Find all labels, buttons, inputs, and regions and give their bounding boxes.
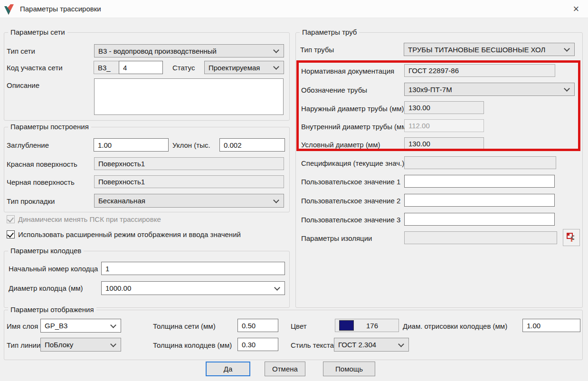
red-surface-label: Красная поверхность bbox=[7, 160, 77, 168]
well-width-input[interactable]: 0.30 bbox=[237, 338, 278, 351]
pipe-type-label: Тип трубы bbox=[300, 46, 334, 54]
black-surface-field: Поверхность1 bbox=[94, 175, 284, 188]
group-wells-params: Параметры колодцев bbox=[4, 251, 290, 308]
checkmark-icon bbox=[7, 216, 14, 222]
group-network-title: Параметры сети bbox=[8, 28, 67, 36]
chevron-down-icon bbox=[110, 322, 116, 328]
linetype-select[interactable]: ПоБлоку bbox=[40, 338, 121, 352]
net-width-input[interactable]: 0.50 bbox=[237, 319, 278, 332]
well-diameter-label: Диаметр колодца (мм) bbox=[9, 284, 83, 292]
depth-input[interactable]: 1.00 bbox=[94, 138, 169, 152]
group-display-params: Параметры отображения bbox=[4, 310, 583, 360]
pipe-user1-label: Пользовательское значение 1 bbox=[301, 178, 400, 186]
insulation-label: Параметры изоляции bbox=[301, 234, 372, 242]
insulation-params-button[interactable] bbox=[563, 229, 580, 246]
net-description-label: Описание bbox=[7, 81, 39, 89]
laying-type-label: Тип прокладки bbox=[7, 197, 55, 205]
group-wells-title: Параметры колодцев bbox=[8, 247, 84, 255]
app-logo-icon bbox=[4, 4, 15, 15]
text-style-label: Стиль текста bbox=[291, 341, 334, 349]
pipe-nominal-diam-label: Условный диаметр (мм) bbox=[301, 141, 380, 149]
pipe-doc-label: Нормативная документация bbox=[301, 67, 394, 75]
window-title: Параметры трассировки bbox=[20, 5, 101, 13]
net-status-select[interactable]: Проектируемая bbox=[204, 61, 284, 74]
pipe-nominal-diam-field: 130.00 bbox=[404, 137, 484, 150]
layer-name-label: Имя слоя bbox=[7, 322, 38, 330]
well-draw-diam-label: Диам. отрисовки колодцев (мм) bbox=[403, 322, 507, 330]
chevron-down-icon bbox=[564, 46, 570, 52]
net-status-label: Статус bbox=[172, 64, 195, 72]
pipe-outer-diam-label: Наружный диаметр трубы (мм) bbox=[301, 105, 404, 113]
well-diameter-select[interactable]: 1000.00 bbox=[101, 281, 285, 295]
ok-button[interactable]: Да bbox=[206, 362, 250, 376]
pipe-inner-diam-field: 112.00 bbox=[404, 119, 484, 132]
net-width-label: Толщина сети (мм) bbox=[153, 322, 216, 330]
well-width-label: Толщина колодцев (мм) bbox=[153, 341, 232, 349]
chevron-down-icon bbox=[273, 197, 279, 203]
red-surface-field: Поверхность1 bbox=[94, 157, 284, 170]
pipe-user2-label: Пользовательское значение 2 bbox=[301, 197, 400, 205]
color-swatch bbox=[339, 320, 354, 331]
title-bar[interactable]: Параметры трассировки × bbox=[0, 0, 588, 18]
pipe-type-select[interactable]: ТРУБЫ ТИТАНОВЫЕ БЕСШОВНЫЕ ХОЛ bbox=[404, 43, 575, 56]
net-description-input[interactable] bbox=[94, 78, 284, 115]
well-start-number-label: Начальный номер колодца bbox=[9, 265, 98, 273]
text-style-select[interactable]: ГОСТ 2.304 bbox=[334, 338, 409, 352]
color-index-value: 176 bbox=[366, 322, 378, 330]
pipe-outer-diam-field: 130.00 bbox=[404, 101, 484, 114]
chevron-down-icon bbox=[273, 47, 279, 53]
checkmark-icon bbox=[7, 231, 14, 238]
pipe-doc-field: ГОСТ 22897-86 bbox=[404, 64, 555, 77]
color-label: Цвет bbox=[291, 322, 307, 330]
linetype-label: Тип линии bbox=[7, 341, 40, 349]
group-build-title: Параметры построения bbox=[8, 123, 91, 131]
depth-label: Заглубление bbox=[7, 141, 49, 149]
pipe-user3-label: Пользовательское значение 3 bbox=[301, 216, 400, 224]
help-button[interactable]: Помощь bbox=[323, 362, 375, 376]
slope-label: Уклон (тыс. bbox=[172, 141, 210, 149]
pipe-designation-select[interactable]: 130x9-ПТ-7М bbox=[404, 83, 575, 96]
chevron-down-icon bbox=[274, 285, 280, 291]
pipe-designation-label: Обозначение трубы bbox=[301, 86, 367, 94]
net-code-prefix: В3_ bbox=[94, 61, 119, 74]
insulation-table-icon bbox=[567, 233, 576, 242]
pipe-user1-input[interactable] bbox=[404, 175, 555, 188]
pipe-user3-input[interactable] bbox=[404, 213, 555, 226]
extended-mode-checkbox[interactable] bbox=[7, 230, 15, 238]
net-code-label: Код участка сети bbox=[7, 64, 63, 72]
pipe-inner-diam-label: Внутренний диаметр трубы (мм) bbox=[301, 123, 409, 131]
group-display-title: Параметры отображения bbox=[8, 305, 96, 314]
net-type-select[interactable]: В3 - водопровод производственный bbox=[94, 44, 284, 57]
chevron-down-icon bbox=[273, 64, 279, 70]
pipe-user2-input[interactable] bbox=[404, 194, 555, 207]
well-start-number-input[interactable]: 1 bbox=[101, 262, 285, 275]
well-draw-diam-input[interactable]: 1.00 bbox=[522, 319, 580, 332]
pipe-spec-label: Спецификация (текущие знач.) bbox=[301, 159, 404, 167]
dynamic-ucs-checkbox bbox=[7, 215, 15, 223]
slope-input[interactable]: 0.002 bbox=[219, 138, 285, 152]
chevron-down-icon bbox=[564, 86, 570, 92]
close-icon[interactable]: × bbox=[569, 2, 583, 16]
net-code-input[interactable]: 4 bbox=[119, 61, 163, 74]
net-type-label: Тип сети bbox=[7, 47, 35, 55]
pipe-spec-field bbox=[404, 156, 556, 169]
laying-type-select[interactable]: Бесканальная bbox=[94, 194, 284, 208]
color-field[interactable]: 176 bbox=[335, 319, 399, 332]
dynamic-ucs-label: Динамически менять ПСК при трассировке bbox=[18, 215, 161, 223]
layer-name-select[interactable]: GP_B3 bbox=[40, 319, 121, 333]
group-pipes-title: Параметры труб bbox=[300, 28, 359, 36]
chevron-down-icon bbox=[110, 341, 116, 347]
chevron-down-icon bbox=[398, 341, 404, 347]
insulation-field bbox=[404, 231, 557, 244]
extended-mode-label: Использовать расширенный режим отображен… bbox=[18, 230, 241, 238]
cancel-button[interactable]: Отмена bbox=[265, 362, 305, 376]
black-surface-label: Черная поверхность bbox=[7, 178, 75, 186]
